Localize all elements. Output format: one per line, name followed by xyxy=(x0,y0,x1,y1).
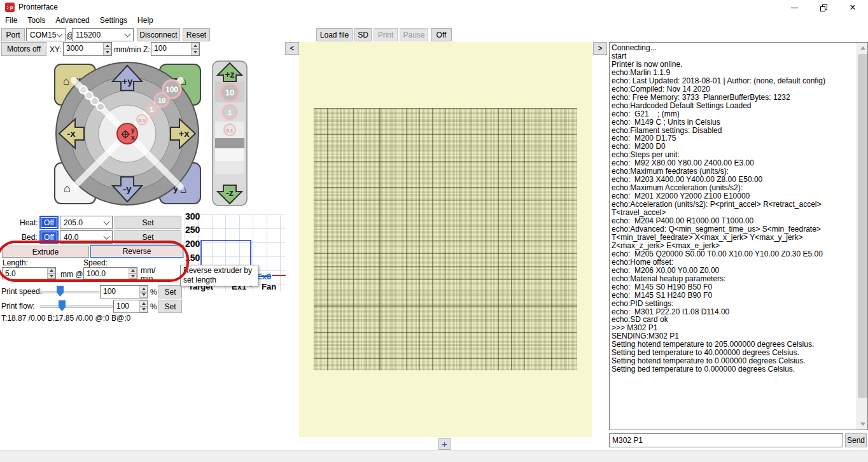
spin-up-icon[interactable] xyxy=(139,286,148,292)
log-line: echo:PID settings: xyxy=(612,300,856,308)
print-flow-set-button[interactable]: Set xyxy=(158,300,182,313)
log-panel[interactable]: Connecting...startPrinter is now online.… xyxy=(609,42,868,430)
spin-down-icon[interactable] xyxy=(129,274,137,279)
z-band[interactable] xyxy=(215,161,244,174)
bed-label: Bed: xyxy=(22,233,38,242)
svg-text:100: 100 xyxy=(165,85,178,94)
viewer-next-button[interactable]: > xyxy=(593,42,607,55)
gcode-command-input[interactable] xyxy=(609,433,843,447)
bed-grid[interactable] xyxy=(314,108,577,370)
extrude-speed-input[interactable]: 100.0 xyxy=(83,267,137,279)
log-line: echo: M149 C ; Units in Celsius xyxy=(612,118,856,127)
log-output: Connecting...startPrinter is now online.… xyxy=(612,44,856,374)
print-speed-set-button[interactable]: Set xyxy=(158,285,182,298)
scroll-down-icon[interactable] xyxy=(857,419,868,430)
jog-center-knob[interactable]: y x xyxy=(117,123,137,144)
log-line: echo: M145 S0 H190 B50 F0 xyxy=(612,283,856,291)
extrude-speed-value: 100.0 xyxy=(84,268,129,279)
spin-down-icon[interactable] xyxy=(47,274,55,279)
log-line: echo: G21 ; (mm) xyxy=(612,110,856,118)
svg-text:1: 1 xyxy=(228,109,232,116)
svg-text:+y: +y xyxy=(122,76,133,87)
print-flow-percent: % xyxy=(150,302,157,311)
svg-text:-z: -z xyxy=(226,188,234,198)
reverse-button[interactable]: Reverse xyxy=(90,245,183,258)
speed-spinner[interactable] xyxy=(129,268,137,279)
svg-text:+x: +x xyxy=(178,128,190,139)
chevron-down-icon xyxy=(104,218,110,225)
spin-up-icon[interactable] xyxy=(129,268,137,274)
speed-label: Speed: xyxy=(83,258,108,267)
print-speed-spinner[interactable] xyxy=(139,286,148,298)
length-unit-label: mm @ xyxy=(60,270,83,279)
svg-text:10: 10 xyxy=(225,88,234,97)
bed-viewer-panel[interactable] xyxy=(299,42,592,437)
extrude-length-input[interactable]: 5.0 xyxy=(2,267,56,279)
log-line: Setting bed temperature to 0.000000 degr… xyxy=(612,365,856,374)
minimize-button[interactable] xyxy=(780,0,809,15)
print-flow-input[interactable]: 100 xyxy=(113,300,148,313)
log-line: echo: M145 S1 H240 B90 F0 xyxy=(612,291,856,300)
log-line: echo:Acceleration (units/s2): P<print_ac… xyxy=(612,200,856,217)
svg-text:x: x xyxy=(131,134,135,141)
extrude-button[interactable]: Extrude xyxy=(2,246,89,258)
log-line: echo:Compiled: Nov 14 2020 xyxy=(612,85,856,94)
z-jog-column: 10 1 0.1 +z -z xyxy=(213,61,247,206)
spin-down-icon[interactable] xyxy=(139,307,148,313)
bed-off-button[interactable]: Off xyxy=(39,230,59,244)
sd-button[interactable]: SD xyxy=(354,28,372,41)
heat-off-button[interactable]: Off xyxy=(39,216,59,229)
jog-distance-10: 10 xyxy=(155,93,169,107)
print-speed-percent: % xyxy=(150,288,157,297)
off-button[interactable]: Off xyxy=(431,28,452,41)
print-flow-label: Print flow: xyxy=(1,302,35,311)
print-flow-slider[interactable] xyxy=(39,305,113,308)
print-speed-slider-thumb[interactable] xyxy=(57,286,64,297)
speed-unit-label-2: min xyxy=(141,274,153,283)
graph-legend-ex0: Ex0 xyxy=(256,272,271,281)
log-line: echo:Hardcoded Default Settings Loaded xyxy=(612,102,856,110)
scroll-up-icon[interactable] xyxy=(857,43,868,53)
length-spinner[interactable] xyxy=(47,268,55,279)
restore-button[interactable] xyxy=(809,0,838,15)
log-line: Connecting... xyxy=(612,44,856,52)
pronterface-window: :-p Pronterface × File Tools Advanced Se… xyxy=(0,0,868,462)
svg-text:-y: -y xyxy=(123,183,132,194)
length-label: Length: xyxy=(3,258,28,267)
close-button[interactable]: × xyxy=(838,0,867,15)
print-speed-value: 100 xyxy=(101,286,139,298)
jog-distance-1: 1 xyxy=(146,104,157,115)
chevron-down-icon xyxy=(104,233,110,239)
print-flow-slider-thumb[interactable] xyxy=(59,300,66,311)
svg-text:y: y xyxy=(131,127,135,134)
scrollbar-thumb[interactable] xyxy=(858,54,867,398)
print-flow-spinner[interactable] xyxy=(139,300,148,312)
print-speed-label: Print speed: xyxy=(1,287,42,296)
pause-button: Pause xyxy=(400,28,428,41)
heat-set-button[interactable]: Set xyxy=(115,216,181,229)
log-line: echo:Marlin 1.1.9 xyxy=(612,69,856,77)
bed-temp-select[interactable]: 40.0 xyxy=(60,230,113,244)
load-file-button[interactable]: Load file xyxy=(316,28,353,41)
send-button[interactable]: Send xyxy=(845,433,867,447)
svg-text:1: 1 xyxy=(150,106,153,113)
bed-temp-value: 40.0 xyxy=(64,233,78,242)
viewer-add-button[interactable]: + xyxy=(438,438,451,450)
viewer-prev-button[interactable]: < xyxy=(285,42,299,55)
jog-distance-0-1: 0.1 xyxy=(137,115,147,125)
bed-set-button[interactable]: Set xyxy=(115,230,181,244)
print-speed-input[interactable]: 100 xyxy=(100,285,148,298)
spin-up-icon[interactable] xyxy=(139,300,148,307)
spin-up-icon[interactable] xyxy=(47,268,55,274)
log-line: Printer is now online. xyxy=(612,60,856,69)
heat-temp-select[interactable]: 205.0 xyxy=(60,216,113,229)
z-distance-10: 10 xyxy=(221,83,239,101)
log-scrollbar[interactable] xyxy=(857,43,867,430)
close-icon: × xyxy=(850,2,855,13)
spin-down-icon[interactable] xyxy=(139,292,148,298)
z-band[interactable] xyxy=(215,148,244,161)
graph-legend-fan: Fan xyxy=(262,282,276,291)
jog-pad: ⌂ x z ⌂ ⌂ y ⌂ xyxy=(0,0,255,213)
z-band-dark[interactable] xyxy=(215,138,244,148)
minimize-icon xyxy=(791,8,798,8)
